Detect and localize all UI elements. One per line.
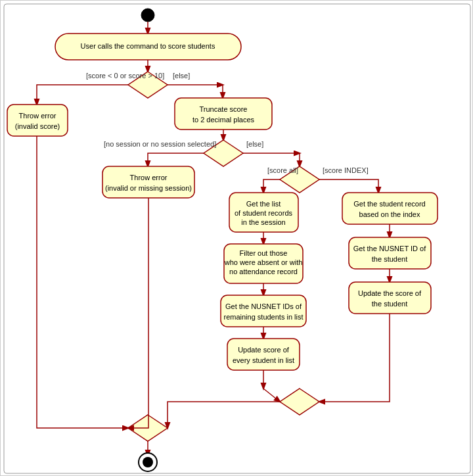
- label-no-session: [no session or no session selected]: [104, 140, 216, 148]
- throw-error-score-node: [7, 105, 68, 136]
- update-score-single-label1: Update the score of: [358, 289, 422, 297]
- arrow-d4-to-d5: [168, 402, 280, 428]
- get-nusnet-single-label1: Get the NUSNET ID of: [353, 245, 426, 252]
- throw-error-session-label2: (invalid or missing session): [105, 184, 192, 192]
- throw-error-score-label1: Throw error: [19, 112, 56, 120]
- arrow-updatesingle-to-d4: [319, 314, 390, 402]
- update-score-all-node: [227, 339, 300, 370]
- get-student-record-label2: based on the index: [359, 210, 420, 218]
- start-node: [141, 9, 154, 22]
- label-else1: [else]: [173, 72, 190, 80]
- get-nusnet-ids-label1: Get the NUSNET IDs of: [225, 302, 302, 310]
- arrow-d3-to-getlist: [263, 179, 280, 193]
- get-nusnet-ids-label2: remaining students in list: [223, 313, 303, 321]
- filter-label2: who were absent or with: [224, 258, 303, 266]
- truncate-label2: to 2 decimal places: [192, 116, 255, 124]
- get-list-label1: Get the list: [246, 200, 281, 208]
- diamond4: [280, 389, 319, 415]
- arrow-update-to-d4: [263, 389, 280, 402]
- label-score-index: [score INDEX]: [323, 166, 369, 174]
- label-else2: [else]: [246, 140, 263, 148]
- user-calls-label: User calls the command to score students: [81, 42, 215, 50]
- filter-label1: Filter out those: [240, 249, 288, 257]
- update-score-all-label1: Update score of: [238, 346, 290, 354]
- get-nusnet-ids-node: [221, 295, 306, 327]
- get-list-label3: in the session: [241, 218, 285, 226]
- throw-error-score-label2: (invalid score): [15, 122, 60, 130]
- throw-error-session-node: [102, 166, 194, 198]
- filter-label3: no attendance record: [229, 268, 298, 275]
- truncate-label1: Truncate score: [200, 105, 248, 113]
- update-score-single-node: [349, 282, 431, 314]
- arrow-throw-session-to-d5: [128, 198, 148, 428]
- diagram-container: User calls the command to score students…: [0, 0, 473, 476]
- update-score-single-label2: the student: [372, 300, 407, 308]
- get-list-label2: of student records: [235, 209, 293, 217]
- end-node-inner: [143, 457, 153, 467]
- label-score-all: [score all]: [267, 166, 298, 174]
- label-score-invalid: [score < 0 or score > 10]: [86, 72, 164, 80]
- get-student-record-node: [342, 193, 438, 224]
- get-nusnet-single-label2: the student: [372, 255, 407, 263]
- truncate-node: [175, 98, 272, 130]
- arrow-d2-to-throw-session: [148, 153, 204, 166]
- update-score-all-label2: every student in list: [233, 356, 294, 364]
- arrow-d1-to-throw-score: [37, 85, 128, 105]
- arrow-d3-to-getrecord: [319, 179, 378, 193]
- get-nusnet-single-node: [349, 237, 431, 269]
- throw-error-session-label1: Throw error: [130, 174, 168, 181]
- get-student-record-label1: Get the student record: [353, 200, 425, 208]
